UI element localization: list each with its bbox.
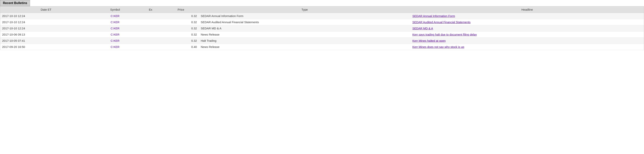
cell-headline[interactable]: SEDAR MD & A (410, 25, 644, 31)
table-row: 2017-10-10 12:24C:KER0.32SEDAR Audited A… (0, 19, 644, 25)
symbol-link[interactable]: C:KER (110, 39, 120, 42)
cell-headline[interactable]: SEDAR Annual Information Form (410, 13, 644, 19)
symbol-link[interactable]: C:KER (110, 33, 120, 36)
table-row: 2017-09-20 16:50C:KER0.40News ReleaseKer… (0, 44, 644, 50)
col-header-type: Type (199, 6, 410, 13)
symbol-link[interactable]: C:KER (110, 14, 120, 17)
table-row: 2017-10-06 09:13C:KER0.32News ReleaseKer… (0, 31, 644, 38)
cell-price: 0.32 (163, 19, 199, 25)
cell-symbol[interactable]: C:KER (92, 38, 138, 44)
cell-date: 2017-10-10 12:24 (0, 13, 92, 19)
cell-date: 2017-10-10 12:24 (0, 25, 92, 31)
table-row: 2017-10-10 12:24C:KER0.32SEDAR MD & ASED… (0, 25, 644, 31)
cell-price: 0.32 (163, 13, 199, 19)
headline-link[interactable]: SEDAR MD & A (412, 27, 433, 30)
symbol-link[interactable]: C:KER (110, 27, 120, 30)
cell-type: SEDAR MD & A (199, 25, 410, 31)
cell-headline[interactable]: SEDAR Audited Annual Financial Statement… (410, 19, 644, 25)
cell-ex (138, 13, 163, 19)
cell-symbol[interactable]: C:KER (92, 19, 138, 25)
cell-date: 2017-10-10 12:24 (0, 19, 92, 25)
cell-type: News Release (199, 44, 410, 50)
col-header-date: Date ET (0, 6, 92, 13)
cell-type: SEDAR Annual Information Form (199, 13, 410, 19)
section-title: Recent Bulletins (0, 0, 30, 6)
cell-ex (138, 31, 163, 38)
cell-ex (138, 19, 163, 25)
table-row: 2017-10-10 12:24C:KER0.32SEDAR Annual In… (0, 13, 644, 19)
table-header-row: Date ET Symbol Ex Price Type Headline (0, 6, 644, 13)
cell-date: 2017-10-06 09:13 (0, 31, 92, 38)
headline-link[interactable]: Kerr Mines does not say why stock is up (412, 45, 464, 48)
cell-symbol[interactable]: C:KER (92, 44, 138, 50)
col-header-price: Price (163, 6, 199, 13)
headline-link[interactable]: Kerr says trading halt due to document f… (412, 33, 477, 36)
cell-headline[interactable]: Kerr says trading halt due to document f… (410, 31, 644, 38)
symbol-link[interactable]: C:KER (110, 45, 120, 48)
headline-link[interactable]: Kerr Mines halted at open (412, 39, 446, 42)
cell-headline[interactable]: Kerr Mines does not say why stock is up (410, 44, 644, 50)
cell-price: 0.32 (163, 31, 199, 38)
cell-ex (138, 38, 163, 44)
col-header-ex: Ex (138, 6, 163, 13)
col-header-symbol: Symbol (92, 6, 138, 13)
cell-price: 0.32 (163, 38, 199, 44)
cell-symbol[interactable]: C:KER (92, 25, 138, 31)
table-row: 2017-10-05 07:41C:KER0.32Halt TradingKer… (0, 38, 644, 44)
bulletins-table: Date ET Symbol Ex Price Type Headline 20… (0, 6, 644, 50)
cell-type: News Release (199, 31, 410, 38)
col-header-headline: Headline (410, 6, 644, 13)
cell-symbol[interactable]: C:KER (92, 31, 138, 38)
cell-date: 2017-10-05 07:41 (0, 38, 92, 44)
cell-headline[interactable]: Kerr Mines halted at open (410, 38, 644, 44)
cell-type: SEDAR Audited Annual Financial Statement… (199, 19, 410, 25)
recent-bulletins-section: Recent Bulletins Date ET Symbol Ex Price… (0, 0, 644, 50)
cell-date: 2017-09-20 16:50 (0, 44, 92, 50)
cell-symbol[interactable]: C:KER (92, 13, 138, 19)
headline-link[interactable]: SEDAR Annual Information Form (412, 14, 455, 17)
section-header-wrapper: Recent Bulletins (0, 0, 644, 6)
cell-ex (138, 25, 163, 31)
cell-ex (138, 44, 163, 50)
cell-type: Halt Trading (199, 38, 410, 44)
symbol-link[interactable]: C:KER (110, 20, 120, 24)
headline-link[interactable]: SEDAR Audited Annual Financial Statement… (412, 20, 470, 24)
cell-price: 0.32 (163, 25, 199, 31)
cell-price: 0.40 (163, 44, 199, 50)
